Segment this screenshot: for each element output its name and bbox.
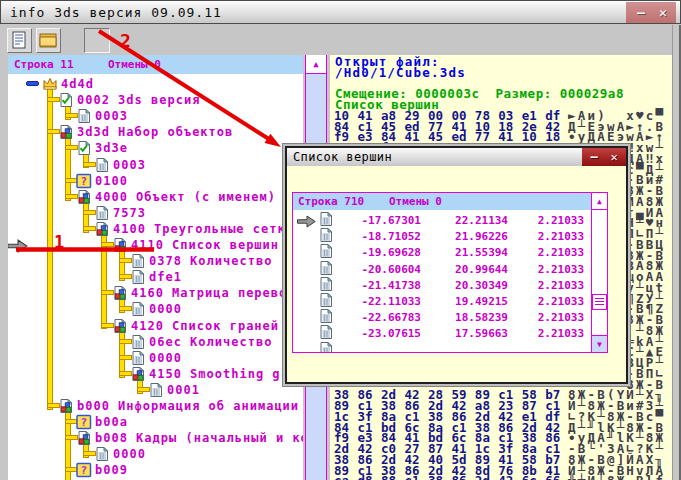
hex-row: f9 e3 84 41 bd 6c 8a c1 38 86∙уДА╜lК┴8Ж (330, 430, 672, 441)
scroll-up-icon[interactable]: ▲ (306, 55, 326, 74)
cursor-arrow-icon (297, 215, 316, 228)
tree-row-label: dfe1 (149, 270, 182, 284)
grid-document-icon (130, 253, 146, 269)
tree-collapse-icon[interactable] (26, 81, 39, 86)
svg-text:?: ? (81, 464, 88, 477)
tree-row[interactable]: 0000 (8, 350, 303, 366)
hex-row: 89 c1 38 86 2d 42 8d 76 8b 41Й┴8Ж-ВНvЛА (330, 463, 672, 474)
popup-scroll-down-icon[interactable]: ▼ (592, 335, 607, 352)
tree-row[interactable]: 4160 Матрица перевода (8, 285, 303, 301)
tree-row[interactable]: ?0100 (8, 173, 303, 189)
window-title: info 3ds версия 09.09.11 (10, 5, 222, 20)
tree-row-label: b008 Кадры (начальный и кон (95, 431, 303, 445)
tree-row-label: 0003 (113, 158, 146, 172)
tree-row[interactable]: 4120 Список граней (8, 318, 303, 334)
question-icon: ? (76, 173, 92, 189)
check-document-icon (76, 140, 92, 156)
popup-row[interactable]: -23.0761517.596632.21033 (293, 325, 591, 341)
popup-scroll-up-icon[interactable]: ▲ (592, 193, 607, 210)
tree-row[interactable]: 0002 3ds версия (8, 92, 303, 108)
tree-row-counter: Строка 11 (14, 55, 74, 74)
tree-row[interactable]: 4110 Список вершин (8, 237, 303, 253)
tree-row[interactable]: 0003 (8, 108, 303, 124)
title-bar[interactable]: info 3ds версия 09.09.11 – ✕ (0, 0, 681, 24)
popup-row[interactable]: -17.6730122.211342.21033 (293, 212, 591, 228)
popup-body: Строка 710 Отмены 0 -17.6730122.211342.2… (287, 166, 626, 382)
hex-row: f9 e3 84 41 45 ed 77 41 10 18∙уДАЕэwА►↑ (330, 129, 672, 140)
grid-document-icon (148, 382, 164, 398)
tree-row-label: 0000 (149, 351, 182, 365)
tree-row[interactable]: 0378 Количество (8, 253, 303, 269)
popup-close-button[interactable]: ✕ (604, 148, 624, 166)
tree-row[interactable]: b008 Кадры (начальный и кон (8, 430, 303, 446)
tree-row[interactable]: 4150 Smoothing group li (8, 366, 303, 382)
popup-title-bar[interactable]: Список вершин – ✕ (287, 148, 626, 166)
grid-document-icon (76, 108, 92, 124)
tree-row[interactable]: ?b00a (8, 414, 303, 430)
tree-row[interactable]: 4d4d (8, 76, 303, 92)
window-right-border (672, 25, 681, 480)
chunk-icon (94, 221, 110, 237)
popup-row[interactable]: -22.1103319.492152.21033 (293, 293, 591, 309)
tree-header: Строка 11 Отмены 0 (8, 55, 303, 74)
popup-row[interactable]: -18.7105221.962262.21033 (293, 228, 591, 244)
hex-row: 38 86 2d 42 28 59 89 c1 58 b78Ж-В(YЙ┴X╖ (330, 387, 672, 398)
tree-row[interactable]: 0000 (8, 446, 303, 462)
tree-row[interactable]: 0000 (8, 301, 303, 317)
tree-row[interactable]: 4100 Треугольные сетки (8, 221, 303, 237)
tree-row[interactable]: dfe1 (8, 269, 303, 285)
chunk-icon (112, 285, 128, 301)
tree-row-label: 4160 Матрица перевода (131, 286, 303, 300)
popup-row[interactable]: -19.6962821.553942.21033 (293, 244, 591, 260)
hex-row: 2d 42 c0 27 87 41 1c 3f 8a c1-В└'ЗА∟?К┴ (330, 441, 672, 452)
tree-panel[interactable]: 4d4d0002 3ds версия00033d3d Набор объект… (8, 74, 303, 480)
popup-row[interactable]: -21.4173820.303492.21033 (293, 277, 591, 293)
popup-row[interactable]: -20.6060420.996442.21033 (293, 261, 591, 277)
grid-document-icon (94, 205, 110, 221)
tree-row[interactable]: 3d3e (8, 140, 303, 156)
tree-row-label: 3d3e (95, 141, 128, 155)
tree-row[interactable]: 0003 (8, 157, 303, 173)
grid-document-icon (130, 350, 146, 366)
popup-row[interactable] (293, 342, 591, 353)
open-folder-button[interactable] (36, 28, 61, 53)
vertex-list-window[interactable]: Список вершин – ✕ Строка 710 Отмены 0 -1… (282, 143, 631, 387)
tree-row-label: 4110 Список вершин (131, 238, 279, 252)
hex-row: 89 c1 38 86 2d 42 a8 23 87 c1Й┴8Ж-Ви#З┴ (330, 398, 672, 409)
popup-minimize-button[interactable]: – (584, 148, 604, 166)
minimize-button[interactable]: – (630, 2, 652, 23)
hex-info-line (330, 76, 672, 87)
chunk-icon (58, 124, 74, 140)
tree-row-label: b00a (95, 415, 128, 429)
tree-row-label: 0100 (95, 174, 128, 188)
tree-row[interactable]: 4000 Объект (с именем) (8, 189, 303, 205)
document-icon (8, 29, 31, 52)
question-icon: ? (76, 462, 92, 478)
tree-row-label: b009 (95, 463, 128, 477)
tree-row-label: 0003 (95, 109, 128, 123)
check-document-icon (58, 92, 74, 108)
tree-row[interactable]: 7573 (8, 205, 303, 221)
hex-row: 38 86 2d 42 40 5d 89 41 58 b78Ж-В@]ЙАX╖ (330, 452, 672, 463)
tree-row-label: 3d3d Набор объектов (77, 125, 233, 139)
popup-scrollbar[interactable]: ▲ ▼ (591, 193, 607, 352)
tree-row-label: 4d4d (61, 77, 94, 91)
vertex-list[interactable]: Строка 710 Отмены 0 -17.6730122.211342.2… (292, 192, 608, 353)
blank-button[interactable] (84, 28, 110, 53)
close-button[interactable]: ✕ (652, 2, 674, 23)
chunk-icon (58, 398, 74, 414)
tree-row[interactable]: 0001 (8, 382, 303, 398)
new-file-button[interactable] (7, 28, 32, 53)
tree-row[interactable]: 3d3d Набор объектов (8, 124, 303, 140)
tree-row-label: b000 Информация об анимации (77, 399, 299, 413)
tree-row[interactable]: 06ec Количество (8, 334, 303, 350)
tree-row-label: 0001 (167, 383, 200, 397)
tree-row[interactable]: ?b009 (8, 462, 303, 478)
popup-scroll-thumb[interactable] (592, 294, 607, 310)
tree-row[interactable]: b000 Информация об анимации (8, 398, 303, 414)
hex-info-line: Список вершин (330, 97, 672, 108)
popup-row[interactable]: -22.6678318.582392.21033 (293, 309, 591, 325)
hex-row: 84 c1 45 ed 77 41 10 18 2e 42Д┴ЕэwА►↑.В (330, 119, 672, 130)
tree-row-label: 06ec Количество (149, 335, 272, 349)
tree-row-label: 0000 (149, 302, 182, 316)
